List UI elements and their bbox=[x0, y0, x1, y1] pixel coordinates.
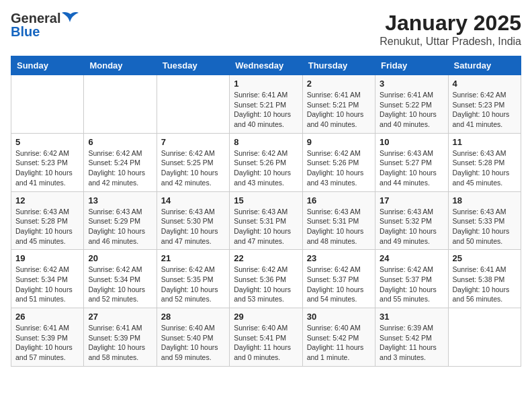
day-info: Sunrise: 6:42 AM Sunset: 5:26 PM Dayligh… bbox=[307, 148, 371, 188]
day-info: Sunrise: 6:42 AM Sunset: 5:35 PM Dayligh… bbox=[161, 265, 225, 304]
day-of-week-header: Thursday bbox=[302, 56, 375, 75]
day-info: Sunrise: 6:41 AM Sunset: 5:22 PM Dayligh… bbox=[380, 90, 443, 130]
logo-general: General bbox=[11, 11, 60, 26]
day-number: 31 bbox=[380, 312, 443, 322]
day-number: 14 bbox=[161, 195, 225, 205]
calendar-day-cell: 29Sunrise: 6:40 AM Sunset: 5:41 PM Dayli… bbox=[230, 308, 302, 367]
calendar-day-cell: 21Sunrise: 6:42 AM Sunset: 5:35 PM Dayli… bbox=[157, 250, 229, 308]
day-number: 17 bbox=[380, 195, 443, 205]
day-info: Sunrise: 6:42 AM Sunset: 5:25 PM Dayligh… bbox=[161, 148, 225, 188]
day-number: 16 bbox=[307, 195, 371, 205]
calendar-day-cell: 9Sunrise: 6:42 AM Sunset: 5:26 PM Daylig… bbox=[302, 133, 375, 191]
day-number: 2 bbox=[307, 79, 371, 89]
day-number: 11 bbox=[453, 137, 517, 147]
calendar-day-cell: 14Sunrise: 6:43 AM Sunset: 5:30 PM Dayli… bbox=[157, 191, 229, 250]
day-info: Sunrise: 6:40 AM Sunset: 5:41 PM Dayligh… bbox=[234, 323, 298, 363]
day-number: 29 bbox=[234, 312, 298, 322]
calendar-day-cell bbox=[448, 308, 521, 367]
calendar-day-cell: 26Sunrise: 6:41 AM Sunset: 5:39 PM Dayli… bbox=[11, 308, 84, 367]
calendar-table: SundayMondayTuesdayWednesdayThursdayFrid… bbox=[11, 56, 521, 367]
calendar-week-row: 1Sunrise: 6:41 AM Sunset: 5:21 PM Daylig… bbox=[11, 75, 521, 134]
day-number: 9 bbox=[307, 137, 371, 147]
day-number: 8 bbox=[234, 137, 298, 147]
calendar-week-row: 5Sunrise: 6:42 AM Sunset: 5:23 PM Daylig… bbox=[11, 133, 521, 191]
logo-bird-icon bbox=[62, 11, 79, 25]
day-number: 23 bbox=[307, 253, 371, 263]
day-info: Sunrise: 6:43 AM Sunset: 5:29 PM Dayligh… bbox=[88, 207, 152, 246]
day-number: 30 bbox=[307, 312, 371, 322]
calendar-day-cell: 30Sunrise: 6:40 AM Sunset: 5:42 PM Dayli… bbox=[302, 308, 375, 367]
day-of-week-header: Saturday bbox=[448, 56, 521, 75]
calendar-header: SundayMondayTuesdayWednesdayThursdayFrid… bbox=[11, 56, 521, 75]
day-number: 10 bbox=[380, 137, 443, 147]
day-number: 19 bbox=[15, 253, 79, 263]
day-of-week-header: Friday bbox=[375, 56, 448, 75]
day-info: Sunrise: 6:43 AM Sunset: 5:32 PM Dayligh… bbox=[380, 207, 443, 246]
calendar-day-cell: 11Sunrise: 6:43 AM Sunset: 5:28 PM Dayli… bbox=[448, 133, 521, 191]
day-number: 7 bbox=[161, 137, 225, 147]
calendar-day-cell: 2Sunrise: 6:41 AM Sunset: 5:21 PM Daylig… bbox=[302, 75, 375, 134]
day-info: Sunrise: 6:43 AM Sunset: 5:31 PM Dayligh… bbox=[307, 207, 371, 246]
calendar-day-cell: 28Sunrise: 6:40 AM Sunset: 5:40 PM Dayli… bbox=[157, 308, 229, 367]
title-block: January 2025 Renukut, Uttar Pradesh, Ind… bbox=[380, 11, 521, 48]
day-info: Sunrise: 6:43 AM Sunset: 5:30 PM Dayligh… bbox=[161, 207, 225, 246]
page-subtitle: Renukut, Uttar Pradesh, India bbox=[380, 36, 521, 48]
day-info: Sunrise: 6:42 AM Sunset: 5:26 PM Dayligh… bbox=[234, 148, 298, 188]
day-number: 12 bbox=[15, 195, 79, 205]
calendar-day-cell: 6Sunrise: 6:42 AM Sunset: 5:24 PM Daylig… bbox=[84, 133, 157, 191]
day-number: 15 bbox=[234, 195, 298, 205]
page-header: General Blue January 2025 Renukut, Uttar… bbox=[11, 11, 521, 48]
day-info: Sunrise: 6:42 AM Sunset: 5:34 PM Dayligh… bbox=[88, 265, 152, 304]
day-info: Sunrise: 6:42 AM Sunset: 5:34 PM Dayligh… bbox=[15, 265, 79, 304]
logo-blue: Blue bbox=[11, 24, 79, 39]
calendar-day-cell: 10Sunrise: 6:43 AM Sunset: 5:27 PM Dayli… bbox=[375, 133, 448, 191]
day-info: Sunrise: 6:41 AM Sunset: 5:21 PM Dayligh… bbox=[234, 90, 298, 130]
calendar-day-cell: 22Sunrise: 6:42 AM Sunset: 5:36 PM Dayli… bbox=[230, 250, 302, 308]
calendar-week-row: 19Sunrise: 6:42 AM Sunset: 5:34 PM Dayli… bbox=[11, 250, 521, 308]
day-of-week-header: Wednesday bbox=[230, 56, 302, 75]
day-number: 22 bbox=[234, 253, 298, 263]
header-row: SundayMondayTuesdayWednesdayThursdayFrid… bbox=[11, 56, 521, 75]
day-of-week-header: Monday bbox=[84, 56, 157, 75]
day-number: 3 bbox=[380, 79, 443, 89]
calendar-day-cell: 16Sunrise: 6:43 AM Sunset: 5:31 PM Dayli… bbox=[302, 191, 375, 250]
calendar-day-cell: 1Sunrise: 6:41 AM Sunset: 5:21 PM Daylig… bbox=[230, 75, 302, 134]
day-info: Sunrise: 6:39 AM Sunset: 5:42 PM Dayligh… bbox=[380, 323, 443, 363]
calendar-day-cell: 8Sunrise: 6:42 AM Sunset: 5:26 PM Daylig… bbox=[230, 133, 302, 191]
day-info: Sunrise: 6:41 AM Sunset: 5:39 PM Dayligh… bbox=[15, 323, 79, 363]
page-title: January 2025 bbox=[380, 11, 521, 36]
calendar-day-cell: 7Sunrise: 6:42 AM Sunset: 5:25 PM Daylig… bbox=[157, 133, 229, 191]
day-info: Sunrise: 6:41 AM Sunset: 5:39 PM Dayligh… bbox=[88, 323, 152, 363]
day-info: Sunrise: 6:40 AM Sunset: 5:42 PM Dayligh… bbox=[307, 323, 371, 363]
logo: General Blue bbox=[11, 11, 79, 39]
day-number: 6 bbox=[88, 137, 152, 147]
day-info: Sunrise: 6:43 AM Sunset: 5:31 PM Dayligh… bbox=[234, 207, 298, 246]
calendar-week-row: 12Sunrise: 6:43 AM Sunset: 5:28 PM Dayli… bbox=[11, 191, 521, 250]
day-number: 4 bbox=[453, 79, 517, 89]
day-number: 25 bbox=[453, 253, 517, 263]
day-info: Sunrise: 6:43 AM Sunset: 5:27 PM Dayligh… bbox=[380, 148, 443, 188]
day-info: Sunrise: 6:43 AM Sunset: 5:33 PM Dayligh… bbox=[453, 207, 517, 246]
day-info: Sunrise: 6:42 AM Sunset: 5:23 PM Dayligh… bbox=[453, 90, 517, 130]
calendar-day-cell: 23Sunrise: 6:42 AM Sunset: 5:37 PM Dayli… bbox=[302, 250, 375, 308]
day-info: Sunrise: 6:42 AM Sunset: 5:37 PM Dayligh… bbox=[307, 265, 371, 304]
day-number: 26 bbox=[15, 312, 79, 322]
calendar-day-cell: 4Sunrise: 6:42 AM Sunset: 5:23 PM Daylig… bbox=[448, 75, 521, 134]
day-info: Sunrise: 6:42 AM Sunset: 5:36 PM Dayligh… bbox=[234, 265, 298, 304]
day-info: Sunrise: 6:43 AM Sunset: 5:28 PM Dayligh… bbox=[15, 207, 79, 246]
calendar-day-cell: 15Sunrise: 6:43 AM Sunset: 5:31 PM Dayli… bbox=[230, 191, 302, 250]
day-number: 21 bbox=[161, 253, 225, 263]
calendar-day-cell: 19Sunrise: 6:42 AM Sunset: 5:34 PM Dayli… bbox=[11, 250, 84, 308]
calendar-day-cell: 17Sunrise: 6:43 AM Sunset: 5:32 PM Dayli… bbox=[375, 191, 448, 250]
day-number: 18 bbox=[453, 195, 517, 205]
day-info: Sunrise: 6:40 AM Sunset: 5:40 PM Dayligh… bbox=[161, 323, 225, 363]
calendar-body: 1Sunrise: 6:41 AM Sunset: 5:21 PM Daylig… bbox=[11, 75, 521, 367]
calendar-day-cell: 12Sunrise: 6:43 AM Sunset: 5:28 PM Dayli… bbox=[11, 191, 84, 250]
day-of-week-header: Sunday bbox=[11, 56, 84, 75]
calendar-day-cell: 3Sunrise: 6:41 AM Sunset: 5:22 PM Daylig… bbox=[375, 75, 448, 134]
day-number: 27 bbox=[88, 312, 152, 322]
calendar-day-cell: 18Sunrise: 6:43 AM Sunset: 5:33 PM Dayli… bbox=[448, 191, 521, 250]
calendar-day-cell: 24Sunrise: 6:42 AM Sunset: 5:37 PM Dayli… bbox=[375, 250, 448, 308]
calendar-day-cell: 5Sunrise: 6:42 AM Sunset: 5:23 PM Daylig… bbox=[11, 133, 84, 191]
day-number: 28 bbox=[161, 312, 225, 322]
